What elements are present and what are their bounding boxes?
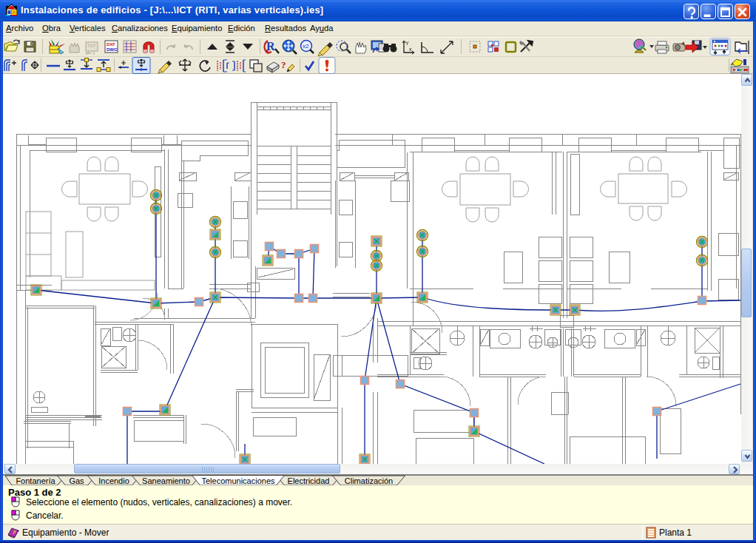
svg-text:x: x — [409, 47, 412, 52]
svg-text:TXT: TXT — [87, 44, 96, 48]
svg-text:x2: x2 — [303, 43, 309, 50]
svg-text:Gas: Gas — [69, 476, 84, 485]
svg-text:Climatización: Climatización — [345, 476, 393, 485]
svg-text:Incendio: Incendio — [98, 476, 129, 485]
svg-text:Telecomunicaciones: Telecomunicaciones — [201, 476, 275, 485]
svg-text:DXF: DXF — [107, 42, 115, 47]
svg-text:DWG: DWG — [107, 47, 118, 52]
svg-text:?: ? — [281, 59, 286, 70]
svg-text:Electricidad: Electricidad — [288, 476, 330, 485]
svg-text:Fontanería: Fontanería — [16, 476, 55, 485]
svg-text:Y: Y — [405, 41, 409, 46]
svg-text:Saneamiento: Saneamiento — [142, 476, 190, 485]
